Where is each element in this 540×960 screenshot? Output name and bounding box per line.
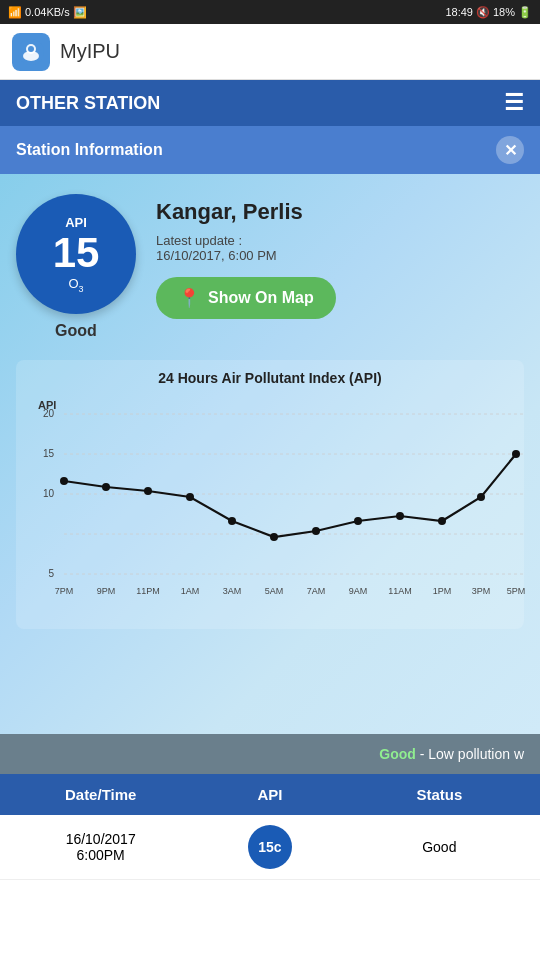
update-label: Latest update : xyxy=(156,233,524,248)
chart-container: 24 Hours Air Pollutant Index (API) API 2… xyxy=(16,360,524,629)
app-icon xyxy=(12,33,50,71)
hamburger-menu-icon[interactable]: ☰ xyxy=(504,90,524,116)
section-title: OTHER STATION xyxy=(16,93,160,114)
svg-point-24 xyxy=(477,493,485,501)
svg-text:15: 15 xyxy=(43,448,55,459)
table-header: Date/Time API Status xyxy=(0,774,540,815)
svg-text:9PM: 9PM xyxy=(97,586,116,596)
station-info-bar: Station Information ✕ xyxy=(0,126,540,174)
station-name: Kangar, Perlis xyxy=(156,199,524,225)
table-row: 16/10/2017 6:00PM 15c Good xyxy=(0,815,540,880)
show-map-label: Show On Map xyxy=(208,289,314,307)
row-datetime: 16/10/2017 6:00PM xyxy=(16,831,185,863)
close-button[interactable]: ✕ xyxy=(496,136,524,164)
row-status: Good xyxy=(355,839,524,855)
api-section: API 15 O3 Good Kangar, Perlis Latest upd… xyxy=(16,194,524,340)
station-info-label: Station Information xyxy=(16,141,163,159)
table-col-status: Status xyxy=(355,786,524,803)
svg-point-19 xyxy=(270,533,278,541)
svg-text:10: 10 xyxy=(43,488,55,499)
api-circle: API 15 O3 xyxy=(16,194,136,314)
svg-text:3PM: 3PM xyxy=(472,586,491,596)
sim-icon: 🖼️ xyxy=(73,6,87,19)
battery-level: 18% xyxy=(493,6,515,18)
svg-text:9AM: 9AM xyxy=(349,586,368,596)
svg-point-23 xyxy=(438,517,446,525)
section-header: OTHER STATION ☰ xyxy=(0,80,540,126)
status-strip: Good - Low pollution w xyxy=(0,734,540,774)
row-api: 15c xyxy=(185,825,354,869)
api-value: 15 xyxy=(53,232,100,274)
svg-point-20 xyxy=(312,527,320,535)
svg-text:11AM: 11AM xyxy=(388,586,412,596)
svg-point-17 xyxy=(186,493,194,501)
svg-text:1AM: 1AM xyxy=(181,586,200,596)
svg-point-14 xyxy=(60,477,68,485)
svg-text:5: 5 xyxy=(48,568,54,579)
svg-point-16 xyxy=(144,487,152,495)
signal-icon: 📶 xyxy=(8,6,22,19)
data-speed: 0.04KB/s xyxy=(25,6,70,18)
api-label: API xyxy=(65,215,87,230)
svg-text:3AM: 3AM xyxy=(223,586,242,596)
map-pin-icon: 📍 xyxy=(178,287,200,309)
svg-point-25 xyxy=(512,450,520,458)
svg-point-22 xyxy=(396,512,404,520)
api-circle-wrapper: API 15 O3 Good xyxy=(16,194,136,340)
status-description: - Low pollution w xyxy=(416,746,524,762)
app-bar: MyIPU xyxy=(0,24,540,80)
status-left: 📶 0.04KB/s 🖼️ xyxy=(8,6,87,19)
app-title: MyIPU xyxy=(60,40,120,63)
close-icon: ✕ xyxy=(504,141,517,160)
svg-text:20: 20 xyxy=(43,408,55,419)
api-chart: API 20 15 10 5 xyxy=(26,394,536,624)
svg-text:5PM: 5PM xyxy=(507,586,526,596)
station-details: Kangar, Perlis Latest update : 16/10/201… xyxy=(156,194,524,319)
svg-text:5AM: 5AM xyxy=(265,586,284,596)
svg-point-21 xyxy=(354,517,362,525)
chart-title: 24 Hours Air Pollutant Index (API) xyxy=(26,370,514,386)
mute-icon: 🔇 xyxy=(476,6,490,19)
api-badge: 15c xyxy=(248,825,292,869)
main-content: API 15 O3 Good Kangar, Perlis Latest upd… xyxy=(0,174,540,734)
svg-point-18 xyxy=(228,517,236,525)
table-col-datetime: Date/Time xyxy=(16,786,185,803)
show-on-map-button[interactable]: 📍 Show On Map xyxy=(156,277,336,319)
chart-area: API 20 15 10 5 xyxy=(26,394,514,624)
update-time: 16/10/2017, 6:00 PM xyxy=(156,248,524,263)
api-status: Good xyxy=(55,322,97,340)
status-bar: 📶 0.04KB/s 🖼️ 18:49 🔇 18% 🔋 xyxy=(0,0,540,24)
svg-point-15 xyxy=(102,483,110,491)
battery-icon: 🔋 xyxy=(518,6,532,19)
status-right: 18:49 🔇 18% 🔋 xyxy=(445,6,532,19)
svg-text:7AM: 7AM xyxy=(307,586,326,596)
time-display: 18:49 xyxy=(445,6,473,18)
app-logo-icon xyxy=(17,38,45,66)
svg-text:11PM: 11PM xyxy=(136,586,160,596)
svg-text:7PM: 7PM xyxy=(55,586,74,596)
table-col-api: API xyxy=(185,786,354,803)
api-pollutant: O3 xyxy=(68,276,83,294)
svg-point-3 xyxy=(28,46,34,52)
good-status-text: Good xyxy=(379,746,416,762)
svg-text:1PM: 1PM xyxy=(433,586,452,596)
